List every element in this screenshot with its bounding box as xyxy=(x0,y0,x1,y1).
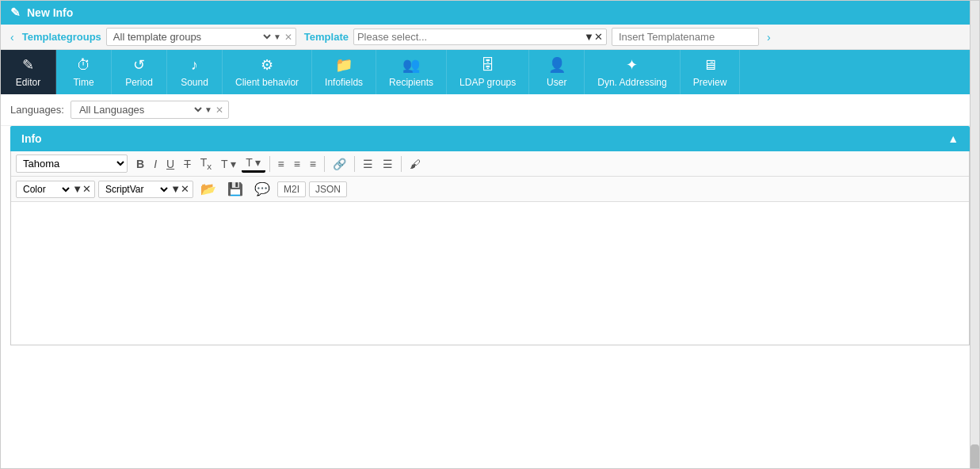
tab-time[interactable]: ⏱ Time xyxy=(56,50,112,94)
scrollbar-thumb[interactable] xyxy=(970,444,979,469)
color-clear-button[interactable]: ✕ xyxy=(82,183,91,195)
tab-user-label: User xyxy=(547,77,566,88)
insert-templatename-input[interactable] xyxy=(612,28,759,46)
languages-label: Languages: xyxy=(10,104,64,116)
bold-button[interactable]: B xyxy=(132,156,148,172)
subscript-button[interactable]: Tx xyxy=(196,154,215,173)
scriptvar-select-wrap: ScriptVar ▼ ✕ xyxy=(98,181,193,198)
templategroups-select-wrap: All template groups ▼ ✕ xyxy=(106,28,296,46)
tab-time-label: Time xyxy=(73,77,93,88)
scriptvar-clear-button[interactable]: ✕ xyxy=(181,183,189,195)
tab-ldap-groups-label: LDAP groups xyxy=(459,77,516,88)
m2i-button[interactable]: M2I xyxy=(277,181,306,197)
scrollbar-right[interactable] xyxy=(970,1,979,468)
text-color-button[interactable]: T ▾ xyxy=(242,154,265,173)
recipients-icon: 👥 xyxy=(402,56,420,74)
link-button[interactable]: 🔗 xyxy=(329,156,350,172)
client-behavior-icon: ⚙ xyxy=(261,56,273,74)
strikethrough-button[interactable]: T xyxy=(180,156,195,172)
scriptvar-arrow-icon: ▼ xyxy=(170,183,181,195)
tab-recipients-label: Recipients xyxy=(389,77,433,88)
tab-editor[interactable]: ✎ Editor xyxy=(1,50,56,94)
time-icon: ⏱ xyxy=(77,57,91,74)
templategroups-arrow-icon: ▼ xyxy=(273,32,281,41)
template-clear-button[interactable]: ✕ xyxy=(594,31,603,43)
editor-body[interactable] xyxy=(11,202,969,345)
underline-button[interactable]: U xyxy=(162,156,178,172)
align-left-button[interactable]: ≡ xyxy=(274,156,288,172)
tab-period-label: Period xyxy=(125,77,153,88)
tab-period[interactable]: ↺ Period xyxy=(112,50,167,94)
period-icon: ↺ xyxy=(133,56,145,74)
separator2 xyxy=(324,156,325,172)
ordered-list-button[interactable]: ☰ xyxy=(359,156,377,172)
tab-infofields-label: Infofields xyxy=(325,77,363,88)
infofields-icon: 📁 xyxy=(335,56,353,74)
info-section-header[interactable]: Info ▲ xyxy=(10,126,970,151)
tab-user[interactable]: 👤 User xyxy=(529,50,585,94)
align-center-button[interactable]: ≡ xyxy=(290,156,304,172)
toolbar-row1: Tahoma Arial Verdana Times New Roman B I… xyxy=(11,151,969,177)
template-arrow-icon: ▼ xyxy=(584,31,594,43)
languages-clear-button[interactable]: ✕ xyxy=(215,105,223,116)
separator4 xyxy=(401,156,402,172)
scriptvar-select[interactable]: ScriptVar xyxy=(102,183,170,196)
editor-section: Tahoma Arial Verdana Times New Roman B I… xyxy=(10,151,970,345)
open-folder-button[interactable]: 📂 xyxy=(196,180,220,198)
clear-format-button[interactable]: 🖌 xyxy=(406,156,425,172)
nav-prev-arrow[interactable]: ‹ xyxy=(7,29,17,45)
tab-sound[interactable]: ♪ Sound xyxy=(167,50,223,94)
tab-client-behavior[interactable]: ⚙ Client behavior xyxy=(223,50,312,94)
align-right-button[interactable]: ≡ xyxy=(306,156,320,172)
templategroups-label[interactable]: Templategroups xyxy=(22,31,101,43)
nav-next-arrow[interactable]: › xyxy=(764,29,774,45)
template-input[interactable] xyxy=(357,31,584,43)
font-select[interactable]: Tahoma Arial Verdana Times New Roman xyxy=(16,154,128,173)
tab-dyn-addressing[interactable]: ✦ Dyn. Addressing xyxy=(585,50,680,94)
templategroups-clear-button[interactable]: ✕ xyxy=(284,32,292,43)
templategroups-select[interactable]: All template groups xyxy=(110,30,273,44)
user-icon: 👤 xyxy=(548,56,566,74)
template-label: Template xyxy=(304,31,349,43)
tab-preview-label: Preview xyxy=(693,77,727,88)
edit-icon: ✎ xyxy=(10,6,21,20)
nav-bar: ‹ Templategroups All template groups ▼ ✕… xyxy=(1,25,979,50)
tab-infofields[interactable]: 📁 Infofields xyxy=(312,50,376,94)
tab-recipients[interactable]: 👥 Recipients xyxy=(376,50,447,94)
info-collapse-icon[interactable]: ▲ xyxy=(948,132,959,145)
page-title: New Info xyxy=(27,6,73,19)
color-select-wrap: Color ▼ ✕ xyxy=(16,181,95,198)
color-arrow-icon: ▼ xyxy=(72,183,82,195)
unordered-list-button[interactable]: ☰ xyxy=(379,156,397,172)
sound-icon: ♪ xyxy=(191,57,198,74)
tab-sound-label: Sound xyxy=(181,77,208,88)
italic-button[interactable]: I xyxy=(150,156,161,172)
separator1 xyxy=(269,156,270,172)
template-select-wrap: ▼ ✕ xyxy=(353,29,607,45)
tab-bar: ✎ Editor ⏱ Time ↺ Period ♪ Sound ⚙ Clien… xyxy=(1,50,979,94)
color-select[interactable]: Color xyxy=(20,183,72,196)
editor-icon: ✎ xyxy=(22,56,34,74)
lang-bar: Languages: All Languages ▼ ✕ xyxy=(1,94,979,126)
toolbar-row2: Color ▼ ✕ ScriptVar ▼ ✕ 📂 💾 💬 M2I JSON xyxy=(11,177,969,202)
languages-select[interactable]: All Languages xyxy=(76,103,204,116)
tab-editor-label: Editor xyxy=(16,77,40,88)
dyn-addressing-icon: ✦ xyxy=(626,56,638,74)
text-format-dropdown-button[interactable]: T ▾ xyxy=(217,156,240,172)
languages-select-wrap: All Languages ▼ ✕ xyxy=(71,101,229,119)
content-area: Languages: All Languages ▼ ✕ Info ▲ Taho… xyxy=(1,94,979,345)
title-bar: ✎ New Info xyxy=(1,1,979,25)
comment-button[interactable]: 💬 xyxy=(250,180,274,198)
json-button[interactable]: JSON xyxy=(309,181,347,197)
languages-arrow-icon: ▼ xyxy=(204,105,212,114)
preview-icon: 🖥 xyxy=(703,57,717,74)
tab-client-behavior-label: Client behavior xyxy=(235,77,299,88)
separator3 xyxy=(354,156,355,172)
info-section-title: Info xyxy=(21,132,42,145)
tab-ldap-groups[interactable]: 🗄 LDAP groups xyxy=(447,50,529,94)
tab-dyn-addressing-label: Dyn. Addressing xyxy=(597,77,666,88)
save-button[interactable]: 💾 xyxy=(223,180,247,198)
tab-preview[interactable]: 🖥 Preview xyxy=(681,50,741,94)
ldap-groups-icon: 🗄 xyxy=(481,57,495,74)
